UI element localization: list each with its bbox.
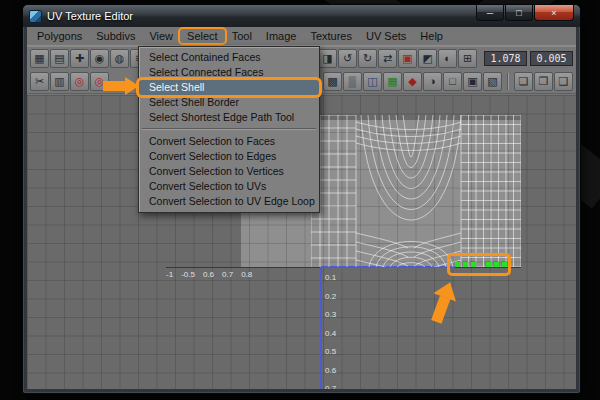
menu-subdivs[interactable]: Subdivs <box>89 29 142 43</box>
toolbar-group-display: ◧◨↺↻⇄▣◩◐⊞ <box>298 49 477 68</box>
menu-item-convert-selection-to-uv-edge-loop[interactable]: Convert Selection to UV Edge Loop <box>139 194 319 209</box>
axis-label: 0.2 <box>325 288 336 307</box>
cut-uv-button[interactable]: ✂ <box>30 72 49 91</box>
contrast-button[interactable]: ◑ <box>423 72 442 91</box>
menu-separator[interactable] <box>142 128 316 130</box>
grid-icon: ⊞ <box>463 53 472 64</box>
menu-item-select-contained-faces[interactable]: Select Contained Faces <box>139 50 319 65</box>
maximize-button[interactable]: □ <box>505 5 533 21</box>
copy-icon: ❏ <box>519 76 529 87</box>
constraint-icon: ◎ <box>75 76 85 87</box>
shade-uvs-icon: ◫ <box>367 76 377 87</box>
shade-uvs-button[interactable]: ◫ <box>363 72 382 91</box>
maximize-icon: □ <box>516 8 521 18</box>
isolate-add-icon: ▣ <box>467 76 477 87</box>
display-alpha-button[interactable]: ◩ <box>418 49 437 68</box>
uv-snapshot-button[interactable]: ▧ <box>483 72 502 91</box>
sew-uv-icon: ▥ <box>54 76 64 87</box>
paste-options-button[interactable]: ❑ <box>554 72 573 91</box>
close-icon: × <box>551 8 556 18</box>
smear-icon: ◉ <box>95 53 105 64</box>
axis-label: 0.6 <box>203 270 214 279</box>
v-axis-line <box>320 267 322 389</box>
axis-label: 0.6 <box>325 362 336 381</box>
checker-icon: ▦ <box>387 76 397 87</box>
add-to-isolate-button[interactable]: ▣ <box>463 72 482 91</box>
rotate-ccw-button[interactable]: ↺ <box>338 49 357 68</box>
menu-item-convert-selection-to-uvs[interactable]: Convert Selection to UVs <box>139 179 319 194</box>
menu-tool[interactable]: Tool <box>225 29 259 43</box>
alpha-channel-icon: ◩ <box>422 53 432 64</box>
window-controls: ─□× <box>475 5 574 21</box>
menu-item-convert-selection-to-edges[interactable]: Convert Selection to Edges <box>139 149 319 164</box>
rgb-channels-icon: ▣ <box>402 53 412 64</box>
sew-uv-button[interactable]: ▥ <box>50 72 69 91</box>
menu-item-convert-selection-to-vertices[interactable]: Convert Selection to Vertices <box>139 164 319 179</box>
menu-textures[interactable]: Textures <box>303 29 359 43</box>
copy-uvs-button[interactable]: ❏ <box>514 72 533 91</box>
v-axis-labels: 0.1 0.2 0.3 0.4 0.5 0.6 0.7 0.8 <box>325 269 336 389</box>
lattice-icon: ▦ <box>34 53 44 64</box>
toggle-texture-button[interactable]: ▩ <box>323 72 342 91</box>
dim-image-button[interactable]: ◐ <box>438 49 457 68</box>
menu-help[interactable]: Help <box>413 29 450 43</box>
flip-v-icon: ◨ <box>322 53 332 64</box>
menu-view[interactable]: View <box>142 29 180 43</box>
axis-label: 0.7 <box>325 380 336 389</box>
pin-icon: ◍ <box>115 53 125 64</box>
menu-item-select-shortest-edge-path-tool[interactable]: Select Shortest Edge Path Tool <box>139 110 319 125</box>
annotation-highlight-box <box>447 253 511 276</box>
value-field-u[interactable]: 1.078 <box>484 51 527 66</box>
uv-lattice-button[interactable]: ▦ <box>30 49 49 68</box>
paste-options-icon: ❑ <box>559 76 569 87</box>
cut-uv-icon: ✂ <box>35 76 44 87</box>
toolbar-group-view: ▩▒◫▦◆◑□▣▧ <box>323 72 502 91</box>
arrow-head-icon <box>125 77 139 95</box>
rotate-cw-icon: ↻ <box>363 53 372 64</box>
move-shell-icon: ▤ <box>54 53 64 64</box>
rotate-cw-button[interactable]: ↻ <box>358 49 377 68</box>
display-distortion-button[interactable]: ◆ <box>403 72 422 91</box>
display-checker-button[interactable]: ▦ <box>383 72 402 91</box>
toggle-filter-button[interactable]: ▒ <box>343 72 362 91</box>
axis-label: 0.7 <box>222 270 233 279</box>
close-button[interactable]: × <box>534 5 574 21</box>
axis-label: -0.5 <box>181 270 195 279</box>
select-constraint-button[interactable]: ◎ <box>70 72 89 91</box>
toolbar-separator <box>507 73 509 90</box>
menu-image[interactable]: Image <box>259 29 304 43</box>
axis-label: 0.1 <box>325 269 336 288</box>
axis-label: 0.3 <box>325 306 336 325</box>
contrast-icon: ◑ <box>429 76 436 87</box>
arrow-shaft <box>103 81 125 91</box>
menu-polygons[interactable]: Polygons <box>30 29 89 43</box>
arrow-shaft <box>431 295 450 323</box>
paste-uvs-button[interactable]: ❐ <box>534 72 553 91</box>
view-grid-button[interactable]: ⊞ <box>458 49 477 68</box>
toolbar-group-tools: ▦▤✚◉◍≋ <box>30 49 149 68</box>
menu-uv-sets[interactable]: UV Sets <box>359 29 413 43</box>
value-field-v[interactable]: 0.005 <box>530 51 573 66</box>
texture-icon: ▩ <box>327 76 337 87</box>
tweak-uv-button[interactable]: ✚ <box>70 49 89 68</box>
pin-uv-button[interactable]: ◍ <box>110 49 129 68</box>
isolate-select-button[interactable]: □ <box>443 72 462 91</box>
menu-item-select-shell-border[interactable]: Select Shell Border <box>139 95 319 110</box>
u-axis-labels: -1 -0.5 0.6 0.7 0.8 <box>166 270 252 279</box>
menu-select[interactable]: Select <box>180 29 225 43</box>
flip-v-button[interactable]: ◨ <box>318 49 337 68</box>
cycle-uvs-button[interactable]: ⇄ <box>378 49 397 68</box>
annotation-arrow-selected-uvs <box>425 278 462 326</box>
menu-item-convert-selection-to-faces[interactable]: Convert Selection to Faces <box>139 134 319 149</box>
menu-item-select-connected-faces[interactable]: Select Connected Faces <box>139 65 319 80</box>
uv-mesh <box>311 115 521 267</box>
toolbar-group-clipboard: ❏❐❑ <box>514 72 573 91</box>
move-uv-shell-button[interactable]: ▤ <box>50 49 69 68</box>
smear-uv-button[interactable]: ◉ <box>90 49 109 68</box>
title-bar[interactable]: UV Texture Editor ─□× <box>23 5 580 27</box>
menu-item-select-shell[interactable]: Select Shell <box>139 80 319 95</box>
minimize-button[interactable]: ─ <box>476 5 504 21</box>
distortion-icon: ◆ <box>408 76 416 87</box>
display-rgb-button[interactable]: ▣ <box>398 49 417 68</box>
tweak-icon: ✚ <box>75 53 84 64</box>
